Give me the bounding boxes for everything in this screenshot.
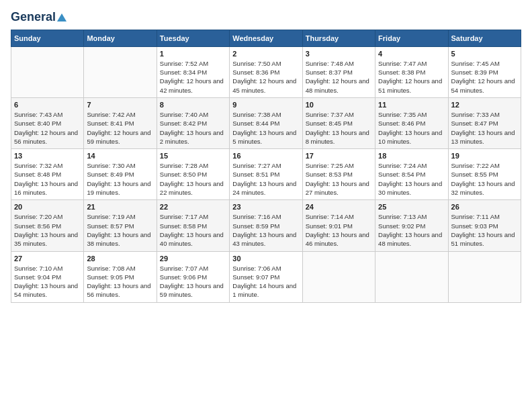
calendar-cell: 29Sunrise: 7:07 AM Sunset: 9:06 PM Dayli… xyxy=(157,251,229,302)
day-number: 12 xyxy=(451,101,518,109)
day-number: 29 xyxy=(160,255,226,263)
calendar-cell: 6Sunrise: 7:43 AM Sunset: 8:40 PM Daylig… xyxy=(11,97,84,148)
day-info: Sunrise: 7:25 AM Sunset: 8:53 PM Dayligh… xyxy=(306,161,372,197)
calendar-cell: 22Sunrise: 7:17 AM Sunset: 8:58 PM Dayli… xyxy=(157,200,229,251)
day-info: Sunrise: 7:43 AM Sunset: 8:40 PM Dayligh… xyxy=(14,110,81,146)
weekday-header-sunday: Sunday xyxy=(11,30,84,46)
day-info: Sunrise: 7:40 AM Sunset: 8:42 PM Dayligh… xyxy=(160,110,226,146)
calendar-cell xyxy=(448,251,521,302)
calendar-cell: 12Sunrise: 7:33 AM Sunset: 8:47 PM Dayli… xyxy=(448,97,521,148)
calendar-cell: 23Sunrise: 7:16 AM Sunset: 8:59 PM Dayli… xyxy=(230,200,302,251)
day-info: Sunrise: 7:16 AM Sunset: 8:59 PM Dayligh… xyxy=(232,212,299,248)
day-info: Sunrise: 7:24 AM Sunset: 8:54 PM Dayligh… xyxy=(378,161,445,197)
calendar-table: SundayMondayTuesdayWednesdayThursdayFrid… xyxy=(11,30,521,303)
calendar-cell: 9Sunrise: 7:38 AM Sunset: 8:44 PM Daylig… xyxy=(230,97,302,148)
day-number: 2 xyxy=(232,50,299,58)
day-number: 18 xyxy=(378,152,445,160)
day-number: 11 xyxy=(378,101,445,109)
calendar-cell: 14Sunrise: 7:30 AM Sunset: 8:49 PM Dayli… xyxy=(84,149,157,200)
day-info: Sunrise: 7:13 AM Sunset: 9:02 PM Dayligh… xyxy=(378,212,445,248)
day-number: 5 xyxy=(451,50,518,58)
logo: General xyxy=(11,11,66,24)
calendar-cell: 3Sunrise: 7:48 AM Sunset: 8:37 PM Daylig… xyxy=(302,46,375,97)
calendar-cell xyxy=(375,251,448,302)
calendar-cell: 8Sunrise: 7:40 AM Sunset: 8:42 PM Daylig… xyxy=(157,97,229,148)
calendar-cell: 16Sunrise: 7:27 AM Sunset: 8:51 PM Dayli… xyxy=(230,149,302,200)
day-number: 10 xyxy=(306,101,372,109)
calendar-cell: 19Sunrise: 7:22 AM Sunset: 8:55 PM Dayli… xyxy=(448,149,521,200)
day-number: 26 xyxy=(451,203,518,211)
day-info: Sunrise: 7:42 AM Sunset: 8:41 PM Dayligh… xyxy=(87,110,153,146)
calendar-week-4: 20Sunrise: 7:20 AM Sunset: 8:56 PM Dayli… xyxy=(11,200,521,251)
day-number: 13 xyxy=(14,152,81,160)
day-info: Sunrise: 7:17 AM Sunset: 8:58 PM Dayligh… xyxy=(160,212,226,248)
day-info: Sunrise: 7:38 AM Sunset: 8:44 PM Dayligh… xyxy=(232,110,299,146)
day-number: 20 xyxy=(14,203,81,211)
calendar-cell xyxy=(11,46,84,97)
day-info: Sunrise: 7:35 AM Sunset: 8:46 PM Dayligh… xyxy=(378,110,445,146)
weekday-header-monday: Monday xyxy=(84,30,157,46)
calendar-cell: 28Sunrise: 7:08 AM Sunset: 9:05 PM Dayli… xyxy=(84,251,157,302)
calendar-cell: 10Sunrise: 7:37 AM Sunset: 8:45 PM Dayli… xyxy=(302,97,375,148)
day-info: Sunrise: 7:52 AM Sunset: 8:34 PM Dayligh… xyxy=(160,59,226,95)
calendar-cell: 25Sunrise: 7:13 AM Sunset: 9:02 PM Dayli… xyxy=(375,200,448,251)
day-number: 7 xyxy=(87,101,153,109)
day-info: Sunrise: 7:19 AM Sunset: 8:57 PM Dayligh… xyxy=(87,212,153,248)
day-info: Sunrise: 7:14 AM Sunset: 9:01 PM Dayligh… xyxy=(306,212,372,248)
day-number: 1 xyxy=(160,50,226,58)
day-number: 27 xyxy=(14,255,81,263)
day-number: 15 xyxy=(160,152,226,160)
day-number: 9 xyxy=(232,101,299,109)
day-info: Sunrise: 7:07 AM Sunset: 9:06 PM Dayligh… xyxy=(160,264,226,300)
day-info: Sunrise: 7:47 AM Sunset: 8:38 PM Dayligh… xyxy=(378,59,445,95)
day-info: Sunrise: 7:28 AM Sunset: 8:50 PM Dayligh… xyxy=(160,161,226,197)
calendar-cell: 5Sunrise: 7:45 AM Sunset: 8:39 PM Daylig… xyxy=(448,46,521,97)
calendar-cell: 11Sunrise: 7:35 AM Sunset: 8:46 PM Dayli… xyxy=(375,97,448,148)
calendar-cell: 4Sunrise: 7:47 AM Sunset: 8:38 PM Daylig… xyxy=(375,46,448,97)
day-info: Sunrise: 7:27 AM Sunset: 8:51 PM Dayligh… xyxy=(232,161,299,197)
weekday-header-saturday: Saturday xyxy=(448,30,521,46)
calendar-week-5: 27Sunrise: 7:10 AM Sunset: 9:04 PM Dayli… xyxy=(11,251,521,302)
calendar-cell: 27Sunrise: 7:10 AM Sunset: 9:04 PM Dayli… xyxy=(11,251,84,302)
calendar-cell: 21Sunrise: 7:19 AM Sunset: 8:57 PM Dayli… xyxy=(84,200,157,251)
day-number: 21 xyxy=(87,203,153,211)
day-info: Sunrise: 7:08 AM Sunset: 9:05 PM Dayligh… xyxy=(87,264,153,300)
day-number: 22 xyxy=(160,203,226,211)
weekday-header-friday: Friday xyxy=(375,30,448,46)
weekday-header-tuesday: Tuesday xyxy=(157,30,229,46)
day-info: Sunrise: 7:32 AM Sunset: 8:48 PM Dayligh… xyxy=(14,161,81,197)
day-number: 16 xyxy=(232,152,299,160)
day-number: 8 xyxy=(160,101,226,109)
calendar-cell xyxy=(302,251,375,302)
day-number: 3 xyxy=(306,50,372,58)
day-number: 23 xyxy=(232,203,299,211)
weekday-header-thursday: Thursday xyxy=(302,30,375,46)
calendar-week-3: 13Sunrise: 7:32 AM Sunset: 8:48 PM Dayli… xyxy=(11,149,521,200)
weekday-header-wednesday: Wednesday xyxy=(230,30,302,46)
day-number: 4 xyxy=(378,50,445,58)
calendar-cell: 30Sunrise: 7:06 AM Sunset: 9:07 PM Dayli… xyxy=(230,251,302,302)
day-number: 6 xyxy=(14,101,81,109)
logo-line1: General xyxy=(11,11,66,24)
day-number: 30 xyxy=(232,255,299,263)
calendar-cell: 2Sunrise: 7:50 AM Sunset: 8:36 PM Daylig… xyxy=(230,46,302,97)
calendar-week-2: 6Sunrise: 7:43 AM Sunset: 8:40 PM Daylig… xyxy=(11,97,521,148)
day-number: 25 xyxy=(378,203,445,211)
day-info: Sunrise: 7:22 AM Sunset: 8:55 PM Dayligh… xyxy=(451,161,518,197)
calendar-cell xyxy=(84,46,157,97)
day-info: Sunrise: 7:10 AM Sunset: 9:04 PM Dayligh… xyxy=(14,264,81,300)
day-info: Sunrise: 7:48 AM Sunset: 8:37 PM Dayligh… xyxy=(306,59,372,95)
day-number: 17 xyxy=(306,152,372,160)
calendar-cell: 1Sunrise: 7:52 AM Sunset: 8:34 PM Daylig… xyxy=(157,46,229,97)
calendar-week-1: 1Sunrise: 7:52 AM Sunset: 8:34 PM Daylig… xyxy=(11,46,521,97)
day-info: Sunrise: 7:30 AM Sunset: 8:49 PM Dayligh… xyxy=(87,161,153,197)
day-info: Sunrise: 7:20 AM Sunset: 8:56 PM Dayligh… xyxy=(14,212,81,248)
calendar-cell: 26Sunrise: 7:11 AM Sunset: 9:03 PM Dayli… xyxy=(448,200,521,251)
day-info: Sunrise: 7:33 AM Sunset: 8:47 PM Dayligh… xyxy=(451,110,518,146)
day-number: 14 xyxy=(87,152,153,160)
calendar-cell: 15Sunrise: 7:28 AM Sunset: 8:50 PM Dayli… xyxy=(157,149,229,200)
day-number: 28 xyxy=(87,255,153,263)
calendar-cell: 7Sunrise: 7:42 AM Sunset: 8:41 PM Daylig… xyxy=(84,97,157,148)
calendar-cell: 20Sunrise: 7:20 AM Sunset: 8:56 PM Dayli… xyxy=(11,200,84,251)
day-number: 19 xyxy=(451,152,518,160)
